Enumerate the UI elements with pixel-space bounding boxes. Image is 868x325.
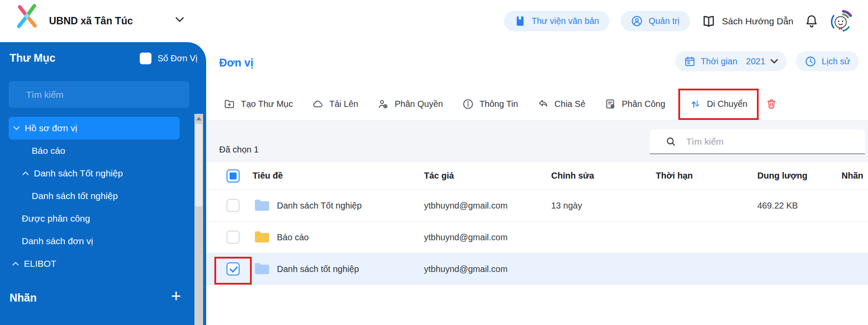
top-header: UBND xã Tân Túc Thư viện văn bản Quản tr…: [0, 0, 868, 42]
org-chevron-down-icon[interactable]: [175, 17, 184, 23]
chevron-up-icon: [12, 262, 19, 266]
column-title: Tiêu đề: [253, 171, 283, 181]
assign-label: Phân Công: [622, 99, 665, 109]
bell-icon[interactable]: [805, 14, 819, 29]
unit-count-toggle[interactable]: Số Đơn Vị: [140, 53, 197, 64]
row-checkbox-checked[interactable]: [227, 262, 240, 275]
folder-plus-icon: [224, 98, 235, 110]
column-edited: Chỉnh sửa: [551, 171, 594, 181]
sidebar-search: [9, 81, 189, 108]
table-row-selected[interactable]: Danh sách tốt nghiệp ytbhuynd@gmail.com: [206, 253, 868, 285]
column-term: Thời hạn: [656, 171, 693, 181]
toolbar: Tạo Thư Mục Tải Lên Phân Quyền Thông T: [224, 93, 796, 115]
chevron-up-icon: [22, 171, 29, 176]
cloud-icon: [312, 98, 324, 110]
tree-item-label: Hồ sơ đơn vị: [25, 123, 77, 133]
tree-item-bao-cao[interactable]: Báo cáo: [0, 139, 194, 162]
unit-count-checkbox[interactable]: [140, 53, 151, 64]
row-title[interactable]: Báo cáo: [277, 222, 309, 253]
sidebar-scrollbar[interactable]: [194, 114, 203, 325]
folder-tree: Hồ sơ đơn vị Báo cáo Danh sách Tốt nghiệ…: [0, 117, 194, 275]
tree-item-label: Danh sách Tốt nghiệp: [34, 168, 123, 179]
permission-label: Phân Quyền: [395, 99, 443, 109]
info-icon: [462, 98, 474, 110]
upload-button[interactable]: Tải Lên: [312, 98, 358, 110]
upload-label: Tải Lên: [329, 99, 358, 109]
tree-item-label: Danh sách đơn vị: [22, 236, 93, 246]
search-icon: [665, 136, 677, 147]
share-icon: [537, 98, 549, 110]
time-filter-label: Thời gian: [701, 56, 737, 66]
time-filter-value: 2021: [746, 56, 766, 66]
scrollbar-thumb[interactable]: [195, 124, 202, 206]
tree-item-duoc-phan-cong[interactable]: Được phân công: [0, 207, 194, 230]
table-header: Tiêu đề Tác giả Chỉnh sửa Thời hạn Dung …: [206, 162, 868, 190]
row-title[interactable]: Danh sách Tốt nghiệp: [277, 190, 362, 222]
share-label: Chia Sẻ: [555, 99, 585, 109]
history-button[interactable]: Lịch sử: [796, 51, 859, 71]
history-label: Lịch sử: [822, 56, 850, 66]
tree-item-danh-sach-don-vi[interactable]: Danh sách đơn vị: [0, 230, 194, 252]
row-checkbox[interactable]: [227, 231, 240, 244]
selection-status: Đã chọn 1: [219, 145, 259, 155]
info-button[interactable]: Thông Tin: [462, 98, 518, 110]
delete-button[interactable]: [766, 98, 777, 110]
column-label: Nhãn: [842, 171, 863, 181]
share-button[interactable]: Chia Sẻ: [537, 98, 585, 110]
permission-button[interactable]: Phân Quyền: [377, 98, 443, 110]
column-size: Dung lượng: [757, 171, 807, 181]
admin-label: Quản trị: [648, 16, 679, 26]
row-checkbox[interactable]: [227, 199, 240, 212]
person-circle-icon: [631, 15, 643, 27]
avatar[interactable]: [830, 10, 852, 33]
create-folder-label: Tạo Thư Mục: [241, 99, 293, 109]
org-name: UBND xã Tân Túc: [49, 0, 133, 42]
scroll-up-arrow-icon[interactable]: [196, 117, 201, 120]
select-all-checkbox[interactable]: [227, 169, 240, 182]
move-button[interactable]: Di Chuyển: [684, 98, 753, 110]
main-panel: Đơn vị Thời gian 2021 Lịch sử: [206, 42, 868, 325]
tree-item-ho-so-don-vi[interactable]: Hồ sơ đơn vị: [9, 117, 180, 139]
tree-item-danh-sach-tot-nghiep[interactable]: Danh sách Tốt nghiệp: [0, 162, 194, 185]
assign-button[interactable]: Phân Công: [605, 98, 665, 110]
page-title: Đơn vị: [219, 56, 253, 69]
table-row[interactable]: Danh sách Tốt nghiệp ytbhuynd@gmail.com …: [206, 190, 868, 222]
row-author: ytbhuynd@gmail.com: [424, 253, 508, 285]
info-label: Thông Tin: [480, 99, 518, 109]
document-gear-icon: [605, 98, 616, 110]
book-icon: [514, 15, 526, 27]
admin-button[interactable]: Quản trị: [621, 11, 690, 31]
table-row[interactable]: Báo cáo ytbhuynd@gmail.com: [206, 222, 868, 253]
folder-icon: [254, 199, 270, 212]
row-edited: 13 ngày: [551, 190, 582, 222]
tree-item-label: Báo cáo: [32, 146, 65, 156]
time-filter-button[interactable]: Thời gian 2021: [675, 51, 787, 71]
labels-section-title: Nhãn: [10, 292, 37, 304]
table-search-input[interactable]: [686, 129, 865, 153]
tree-item-elibot[interactable]: ELIBOT: [0, 252, 194, 275]
main-filters: Thời gian 2021 Lịch sử: [675, 51, 859, 71]
chevron-down-icon: [13, 126, 20, 130]
person-gear-icon: [377, 98, 389, 110]
add-label-button[interactable]: +: [171, 286, 181, 306]
sidebar-search-input[interactable]: [9, 81, 189, 108]
folder-icon: [254, 230, 270, 244]
row-size: 469.22 KB: [757, 190, 798, 222]
row-author: ytbhuynd@gmail.com: [424, 222, 508, 253]
column-author: Tác giả: [424, 171, 454, 181]
calendar-icon: [684, 56, 696, 67]
guide-link[interactable]: Sách Hướng Dẫn: [701, 15, 793, 28]
tree-item-label: Danh sách tốt nghiệp: [32, 191, 118, 201]
move-arrows-icon: [690, 98, 701, 110]
row-author: ytbhuynd@gmail.com: [424, 190, 508, 222]
row-title[interactable]: Danh sách tốt nghiệp: [277, 253, 359, 285]
tree-item-label: ELIBOT: [24, 259, 56, 269]
trash-icon: [766, 98, 777, 110]
library-button[interactable]: Thư viện văn bản: [504, 11, 610, 31]
move-label: Di Chuyển: [707, 99, 747, 109]
folder-icon: [254, 262, 270, 276]
tree-item-label: Được phân công: [22, 213, 90, 224]
unit-count-label: Số Đơn Vị: [158, 53, 197, 63]
create-folder-button[interactable]: Tạo Thư Mục: [224, 98, 293, 110]
tree-item-danh-sach-tot-nghiep-child[interactable]: Danh sách tốt nghiệp: [0, 185, 194, 207]
